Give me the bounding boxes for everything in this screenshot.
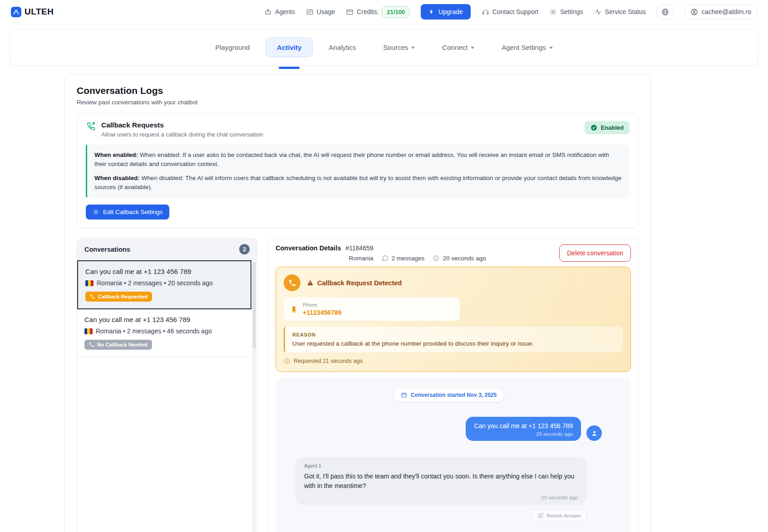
callback-detected-card: Callback Request Detected Phone +1123456… — [276, 267, 631, 372]
user-message-row: Can you call me at +1 123 456 789 25 sec… — [295, 417, 602, 441]
scrollbar-thumb[interactable] — [252, 262, 256, 348]
chevron-down-icon — [471, 47, 474, 49]
conversation-id: #1184659 — [345, 244, 373, 252]
nav-settings[interactable]: Settings — [549, 8, 583, 16]
gear-icon — [93, 209, 99, 215]
conversations-scrollbar — [252, 261, 256, 532]
callback-requested-badge: Callback Requested — [85, 292, 152, 302]
user-account-menu[interactable]: cachee@aldim.ro — [684, 5, 757, 20]
nav-service-status[interactable]: Service Status — [594, 8, 646, 16]
conversations-title: Conversations — [84, 246, 130, 253]
chat-transcript-area: Conversation started Nov 3, 2025 Can you… — [276, 378, 631, 532]
status-badge-enabled: Enabled — [585, 121, 630, 134]
warning-triangle-icon — [307, 279, 314, 286]
user-message-bubble: Can you call me at +1 123 456 789 25 sec… — [466, 417, 581, 441]
reason-text: User requested a callback at the phone n… — [292, 340, 615, 347]
phone-label: Phone — [303, 302, 341, 307]
edit-callback-settings-button[interactable]: Edit Callback Settings — [86, 205, 169, 220]
tab-agent-settings[interactable]: Agent Settings — [490, 38, 564, 57]
callback-requests-subtitle: Allow users to request a callback during… — [101, 131, 263, 138]
clock-icon — [433, 255, 439, 262]
tab-sources[interactable]: Sources — [372, 38, 426, 57]
phone-icon — [89, 342, 94, 347]
globe-icon — [661, 8, 669, 16]
conversations-panel: Conversations 2 Can you call me at +1 12… — [77, 238, 257, 532]
user-message-time: 25 seconds ago — [474, 431, 573, 437]
clock-icon — [284, 358, 290, 364]
chevron-down-icon — [411, 47, 415, 49]
time-meta: 20 seconds ago — [443, 255, 486, 262]
conversations-count-badge: 2 — [239, 244, 250, 254]
upgrade-button[interactable]: Upgrade — [421, 4, 471, 20]
navbar-menu: Agents Usage Credits: 21/100 Upgrade Con… — [264, 4, 757, 20]
conversation-started-pill: Conversation started Nov 3, 2025 — [393, 388, 504, 402]
nav-credits: Credits: 21/100 — [346, 6, 410, 18]
country-meta: Romania — [349, 255, 374, 262]
callback-info-box: When enabled: When enabled: If a user as… — [86, 145, 630, 198]
details-title: Conversation Details — [276, 244, 341, 252]
credits-value-badge: 21/100 — [382, 6, 410, 18]
delete-conversation-button[interactable]: Delete conversation — [559, 244, 631, 262]
conversations-list: Can you call me at +1 123 456 789 Romani… — [77, 260, 257, 532]
agent-name: Agent 1 — [304, 463, 578, 469]
user-circle-icon — [690, 8, 698, 16]
page-subtitle: Review past conversations with your chat… — [77, 99, 639, 106]
chevron-down-icon — [549, 47, 553, 49]
pencil-icon — [538, 512, 544, 518]
reason-label: REASON — [292, 332, 615, 337]
agent-message-text: Got it, I'll pass this to the team and t… — [304, 472, 578, 491]
callback-detected-heading: Callback Request Detected — [317, 279, 402, 287]
agent-tabs-bar: Playground Activity Analytics Sources Co… — [10, 29, 758, 66]
language-globe-button[interactable] — [657, 5, 674, 20]
when-enabled-paragraph: When enabled: When enabled: If a user as… — [94, 151, 622, 169]
messages-meta: 2 messages — [392, 255, 425, 262]
user-avatar — [586, 425, 602, 441]
agent-message-row: Agent 1 Got it, I'll pass this to the te… — [295, 457, 602, 522]
agent-message-bubble: Agent 1 Got it, I'll pass this to the te… — [295, 457, 586, 505]
user-message-text: Can you call me at +1 123 456 789 — [474, 422, 573, 430]
conversation-meta: Romania • 2 messages • 20 seconds ago — [97, 279, 213, 287]
check-circle-icon — [591, 124, 597, 131]
callback-requests-title: Callback Requests — [101, 121, 263, 129]
phone-info-box: Phone +1123456789 — [284, 298, 460, 321]
headset-icon — [482, 8, 489, 16]
revise-answer-button[interactable]: Revise Answer — [532, 509, 586, 522]
tab-activity[interactable]: Activity — [266, 38, 313, 57]
brand-logo-icon — [11, 7, 21, 17]
agent-message-time: 20 seconds ago — [304, 495, 578, 500]
romania-flag-icon — [84, 328, 93, 334]
callback-requests-card: Callback Requests Allow users to request… — [77, 113, 639, 228]
credits-label: Credits: — [357, 8, 379, 15]
romania-flag-icon — [85, 280, 94, 286]
top-navbar: ULTEH Agents Usage Credits: 21/100 Upgra… — [0, 0, 768, 24]
brand-logo[interactable]: ULTEH — [11, 7, 54, 17]
requested-time-line: Requested 21 seconds ago — [284, 358, 623, 364]
phone-icon — [90, 294, 95, 299]
user-email: cachee@aldim.ro — [702, 8, 751, 15]
robot-icon — [264, 8, 272, 16]
lightning-icon — [428, 9, 435, 15]
phone-circle-icon — [284, 274, 300, 291]
tab-connect[interactable]: Connect — [431, 38, 486, 57]
speech-bubble-icon — [382, 255, 389, 262]
gear-icon — [549, 8, 557, 16]
conversation-logs-card: Conversation Logs Review past conversati… — [64, 74, 651, 532]
usage-chart-icon — [306, 8, 314, 16]
phone-value: +1123456789 — [303, 309, 341, 316]
phone-callback-icon — [86, 121, 96, 131]
conversation-meta: Romania • 2 messages • 46 seconds ago — [96, 327, 212, 335]
nav-usage[interactable]: Usage — [306, 8, 335, 16]
conversation-list-item[interactable]: Can you call me at +1 123 456 789 Romani… — [77, 260, 251, 309]
conversations-header: Conversations 2 — [77, 239, 257, 260]
tab-analytics[interactable]: Analytics — [317, 38, 367, 57]
conversation-list-item[interactable]: Can you call me at +1 123 456 789 Romani… — [77, 309, 251, 357]
tab-playground[interactable]: Playground — [204, 38, 261, 57]
nav-contact-support[interactable]: Contact Support — [482, 8, 538, 16]
pulse-icon — [594, 8, 602, 16]
reason-box: REASON User requested a callback at the … — [284, 327, 623, 352]
nav-agents[interactable]: Agents — [264, 8, 295, 16]
conversation-details-panel: Conversation Details #1184659 Romania 2 … — [268, 238, 639, 532]
page-title: Conversation Logs — [77, 85, 639, 96]
details-meta-row: Romania 2 messages 20 seconds ago — [276, 255, 559, 262]
credit-card-icon — [346, 8, 354, 16]
